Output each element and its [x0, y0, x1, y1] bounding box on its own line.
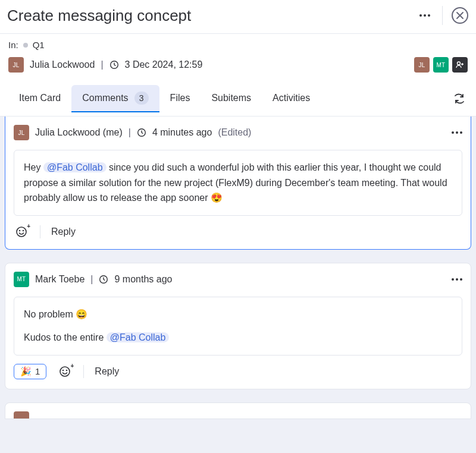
comment-author-avatar[interactable]	[14, 411, 29, 419]
smile-icon	[58, 365, 71, 378]
svg-point-3	[458, 62, 461, 65]
svg-point-7	[23, 230, 24, 231]
add-participant-button[interactable]	[452, 57, 468, 73]
add-reaction-button[interactable]: +	[57, 364, 73, 379]
close-button[interactable]	[451, 7, 469, 24]
creator-name[interactable]: Julia Lockwood	[30, 59, 95, 70]
comment-author-avatar[interactable]: MT	[14, 272, 29, 287]
tab-label: Activities	[273, 93, 310, 103]
parent-item-link[interactable]: Q1	[33, 40, 45, 50]
divider: |	[90, 274, 93, 285]
tab-subitems[interactable]: Subitems	[201, 85, 262, 112]
plus-icon: +	[27, 223, 30, 229]
reply-button[interactable]: Reply	[95, 366, 119, 377]
page-title: Create messaging concept	[7, 7, 416, 25]
comment: MT Mark Toebe | 9 months ago No problem …	[5, 263, 471, 389]
comment-text: Kudos to the entire	[24, 332, 107, 342]
svg-point-6	[20, 230, 20, 231]
comment: JL Julia Lockwood (me) | 4 minutes ago (…	[5, 117, 471, 250]
creator-avatar[interactable]: JL	[8, 57, 24, 73]
more-options-button[interactable]	[416, 7, 434, 24]
tab-label: Subitems	[211, 93, 251, 103]
participant-avatar[interactable]: MT	[433, 57, 449, 73]
tab-files[interactable]: Files	[159, 85, 201, 112]
more-icon	[452, 278, 462, 281]
clock-icon	[137, 128, 146, 137]
reply-button[interactable]: Reply	[51, 227, 76, 237]
divider	[83, 365, 84, 378]
plus-icon: +	[71, 363, 74, 369]
mention[interactable]: @Fab Collab	[107, 332, 170, 342]
clock-icon	[109, 60, 119, 70]
comment-text: Hey	[24, 162, 43, 172]
svg-point-11	[67, 370, 67, 370]
more-icon	[419, 14, 430, 17]
clock-icon	[99, 275, 108, 284]
reaction-count: 1	[35, 366, 40, 376]
tab-label: Comments	[82, 93, 128, 103]
tab-label: Item Card	[19, 93, 61, 103]
comment-author-name[interactable]: Mark Toebe	[35, 274, 84, 285]
comment-text: No problem 😄	[24, 309, 87, 319]
add-reaction-button[interactable]: +	[14, 224, 29, 240]
smile-icon	[15, 225, 28, 238]
comment-body: Hey @Fab Collab since you did such a won…	[14, 150, 462, 216]
svg-point-9	[60, 367, 70, 376]
tab-item-card[interactable]: Item Card	[8, 85, 71, 112]
comment-author-name[interactable]: Julia Lockwood (me)	[35, 127, 123, 138]
refresh-button[interactable]	[451, 90, 468, 107]
comment-more-button[interactable]	[452, 278, 462, 281]
participants: JL MT	[414, 57, 468, 73]
created-timestamp: 3 Dec 2024, 12:59	[125, 59, 203, 70]
person-plus-icon	[455, 60, 465, 70]
divider	[40, 225, 40, 238]
comments-count-badge: 3	[134, 92, 149, 105]
comment-more-button[interactable]	[452, 131, 462, 134]
in-label: In:	[8, 40, 18, 50]
divider	[442, 6, 443, 25]
tab-comments[interactable]: Comments 3	[71, 85, 159, 112]
status-dot-icon	[23, 43, 28, 48]
breadcrumb: In: Q1	[0, 34, 476, 54]
comment-timestamp: 9 months ago	[114, 274, 172, 285]
refresh-icon	[453, 92, 466, 105]
participant-avatar[interactable]: JL	[414, 57, 430, 73]
tab-label: Files	[170, 93, 190, 103]
more-icon	[452, 131, 462, 134]
svg-point-5	[17, 227, 26, 237]
divider: |	[101, 59, 103, 70]
comment	[5, 402, 471, 419]
svg-point-10	[63, 370, 64, 370]
edited-label: (Edited)	[218, 127, 251, 138]
tab-activities[interactable]: Activities	[262, 85, 321, 112]
comment-timestamp: 4 minutes ago	[152, 127, 212, 138]
mention[interactable]: @Fab Collab	[43, 162, 107, 172]
reaction-chip[interactable]: 🎉 1	[14, 364, 46, 379]
comment-author-avatar[interactable]: JL	[14, 125, 29, 140]
close-icon	[452, 7, 468, 24]
reaction-emoji: 🎉	[20, 366, 32, 377]
comment-body: No problem 😄 Kudos to the entire @Fab Co…	[14, 297, 462, 356]
divider: |	[129, 127, 131, 138]
